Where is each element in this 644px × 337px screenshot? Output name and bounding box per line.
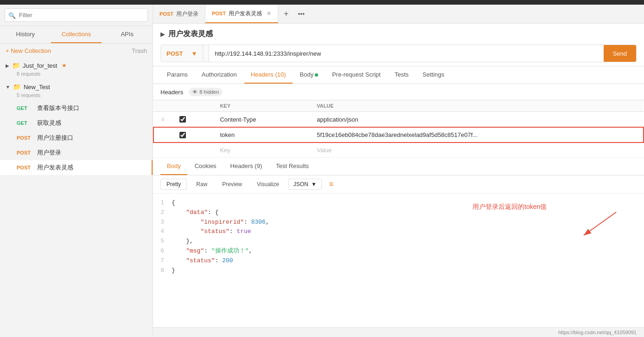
collection-name-2: New_Test <box>24 84 50 91</box>
response-tabs-nav: Body Cookies Headers (9) Test Results <box>153 158 644 175</box>
req-tab-settings[interactable]: Settings <box>416 66 451 84</box>
code-line-8: 8 } <box>153 266 644 276</box>
request-nav-tabs: Params Authorization Headers (10) Body P… <box>153 66 644 84</box>
chevron-down-icon: ▼ <box>6 84 10 90</box>
headers-table: KEY VALUE ≡ Content-Type application/jso… <box>153 100 644 158</box>
req-tab-headers[interactable]: Headers (10) <box>244 66 293 84</box>
request-name: 查看版本号接口 <box>37 104 79 112</box>
folder-icon-2: 📁 <box>13 83 21 91</box>
collection-meta: 8 requests <box>0 71 153 77</box>
tab-method-post-2: POST <box>212 11 226 16</box>
req-tab-body[interactable]: Body <box>293 66 325 84</box>
header-key-2[interactable]: token <box>212 127 309 143</box>
add-tab-button[interactable]: + <box>278 9 294 19</box>
sidebar-search-area: 🔍 <box>0 5 153 26</box>
header-value-placeholder[interactable]: Value <box>309 143 644 158</box>
sidebar-content: ▶ 📁 Just_for_test ★ 8 requests ▼ 📁 New_T… <box>0 58 153 337</box>
view-visualize-button[interactable]: Visualize <box>251 179 285 189</box>
send-button[interactable]: Send <box>604 45 636 62</box>
col-check <box>172 100 212 112</box>
method-badge-post: POST <box>17 135 33 141</box>
trash-button[interactable]: Trash <box>132 47 147 54</box>
tab-method-post: POST <box>159 11 173 17</box>
more-tabs-button[interactable]: ••• <box>294 10 308 18</box>
header-value-1[interactable]: application/json <box>309 112 644 128</box>
request-name-5: 用户发表灵感 <box>37 163 73 172</box>
header-value-2[interactable]: 5f19ce16eb084cbe78dae3arednelxelad9af5d5… <box>309 127 644 143</box>
request-item-register[interactable]: POST 用户注册接口 <box>0 130 153 145</box>
body-toolbar: Pretty Raw Preview Visualize JSON ▼ ≡ <box>153 175 644 194</box>
tab-user-login[interactable]: POST 用户登录 <box>153 5 205 23</box>
header-checkbox-1[interactable] <box>179 116 186 123</box>
main-content: POST 用户登录 POST 用户发表灵感 ✕ + ••• ▶ 用户发表灵感 P… <box>153 5 644 337</box>
star-icon: ★ <box>62 62 67 69</box>
collection-new-test: ▼ 📁 New_Test 5 requests GET 查看版本号接口 GET … <box>0 79 153 175</box>
request-area: ▶ 用户发表灵感 POST ▼ Send <box>153 24 644 66</box>
request-name-3: 用户注册接口 <box>37 134 73 142</box>
tab-close-button[interactable]: ✕ <box>267 10 271 17</box>
drag-handle-icon[interactable]: ≡ <box>161 116 165 123</box>
code-line-5: 5 }, <box>153 237 644 246</box>
code-area: 1 { 2 "data": { 3 "inspirerid": 8306, 4 … <box>153 194 644 327</box>
res-tab-test-results[interactable]: Test Results <box>269 158 315 175</box>
sidebar-tab-history[interactable]: History <box>0 26 51 43</box>
sidebar: 🔍 History Collections APIs + New Collect… <box>0 5 153 337</box>
res-tab-body[interactable]: Body <box>160 158 187 175</box>
header-key-placeholder[interactable]: Key <box>212 143 309 158</box>
method-badge-post-3: POST <box>17 165 33 170</box>
headers-label: Headers <box>160 89 183 96</box>
view-pretty-button[interactable]: Pretty <box>160 179 187 190</box>
code-line-3: 3 "inspirerid": 8306, <box>153 218 644 227</box>
tab-post-inspire[interactable]: POST 用户发表灵感 ✕ <box>205 5 278 23</box>
request-name-title: 用户发表灵感 <box>168 29 213 39</box>
format-select[interactable]: JSON ▼ <box>288 179 322 190</box>
wrap-button[interactable]: ≡ <box>325 178 337 190</box>
body-viewer: Pretty Raw Preview Visualize JSON ▼ ≡ 1 … <box>153 175 644 327</box>
header-checkbox-2[interactable] <box>179 132 186 138</box>
header-row-placeholder: Key Value <box>153 143 644 158</box>
code-line-2: 2 "data": { <box>153 208 644 218</box>
search-icon: 🔍 <box>8 12 16 19</box>
sidebar-actions: + New Collection Trash <box>0 44 153 58</box>
header-row-content-type: ≡ Content-Type application/json <box>153 112 644 128</box>
req-tab-authorization[interactable]: Authorization <box>195 66 243 84</box>
method-select[interactable]: POST ▼ <box>161 45 209 62</box>
method-badge-get-2: GET <box>17 120 33 126</box>
request-name-4: 用户登录 <box>37 149 61 157</box>
view-preview-button[interactable]: Preview <box>217 179 248 189</box>
headers-section: Headers 👁 8 hidden <box>153 84 644 100</box>
res-tab-headers[interactable]: Headers (9) <box>224 158 269 175</box>
sidebar-tab-collections[interactable]: Collections <box>51 26 102 43</box>
view-raw-button[interactable]: Raw <box>191 179 213 189</box>
method-badge-get: GET <box>17 105 33 111</box>
new-collection-button[interactable]: + New Collection <box>6 47 51 54</box>
filter-input[interactable] <box>5 8 148 22</box>
req-tab-tests[interactable]: Tests <box>388 66 415 84</box>
url-input[interactable] <box>209 45 603 62</box>
tab-name: 用户登录 <box>176 10 198 18</box>
header-key-1[interactable]: Content-Type <box>212 112 309 128</box>
request-title: ▶ 用户发表灵感 <box>160 29 637 39</box>
res-tab-cookies[interactable]: Cookies <box>188 158 223 175</box>
request-item-check-version[interactable]: GET 查看版本号接口 <box>0 101 153 116</box>
col-value: VALUE <box>309 100 644 112</box>
request-tabs-bar: POST 用户登录 POST 用户发表灵感 ✕ + ••• <box>153 5 644 24</box>
sidebar-tab-apis[interactable]: APIs <box>102 26 153 43</box>
tab-name-2: 用户发表灵感 <box>229 10 262 18</box>
sidebar-tabs: History Collections APIs <box>0 26 153 44</box>
collection-meta-2: 5 requests <box>0 92 153 98</box>
hidden-count-badge[interactable]: 👁 8 hidden <box>189 88 223 96</box>
req-tab-params[interactable]: Params <box>160 66 194 84</box>
collection-name: Just_for_test <box>23 62 57 69</box>
header-row-token: token 5f19ce16eb084cbe78dae3arednelxelad… <box>153 127 644 143</box>
collection-just-for-test: ▶ 📁 Just_for_test ★ 8 requests <box>0 58 153 77</box>
req-tab-pre-request[interactable]: Pre-request Script <box>325 66 387 84</box>
req-arrow-icon: ▶ <box>160 31 165 38</box>
format-label: JSON <box>293 181 308 188</box>
request-item-get-inspire[interactable]: GET 获取灵感 <box>0 116 153 130</box>
request-item-post-inspire[interactable]: POST 用户发表灵感 <box>0 160 153 175</box>
request-name-2: 获取灵感 <box>37 119 61 127</box>
request-item-login[interactable]: POST 用户登录 <box>0 145 153 160</box>
col-key: KEY <box>212 100 309 112</box>
col-drag <box>153 100 172 112</box>
